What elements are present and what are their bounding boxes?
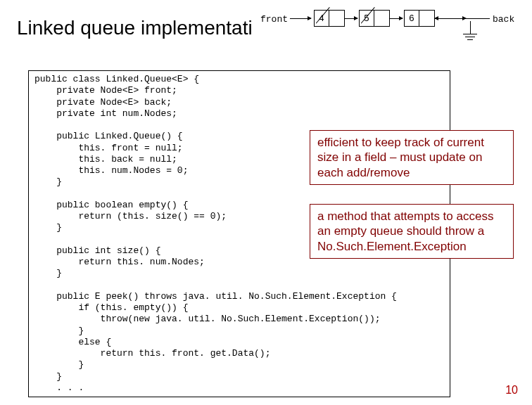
node-pointer [374,11,389,26]
node-value: 4 [315,11,329,26]
node-3: 6 [404,10,435,27]
arrow [290,18,311,19]
node-pointer [419,11,434,26]
node-2: 5 [359,10,390,27]
node-pointer [329,11,344,26]
arrow [390,18,403,19]
back-label: back [493,14,514,25]
page-number: 10 [505,384,518,397]
node-1: 4 [314,10,345,27]
front-label: front [260,14,288,25]
node-value: 5 [360,11,374,26]
arrow-back [435,18,490,19]
callout-exception: a method that attempts to access an empt… [310,204,514,259]
arrow [345,18,357,19]
linked-list-diagram: front 4 5 6 back [260,8,521,51]
slide-title: Linked queue implementati [17,17,253,39]
callout-efficient: efficient to keep track of current size … [310,130,514,185]
node-value: 6 [405,11,419,26]
